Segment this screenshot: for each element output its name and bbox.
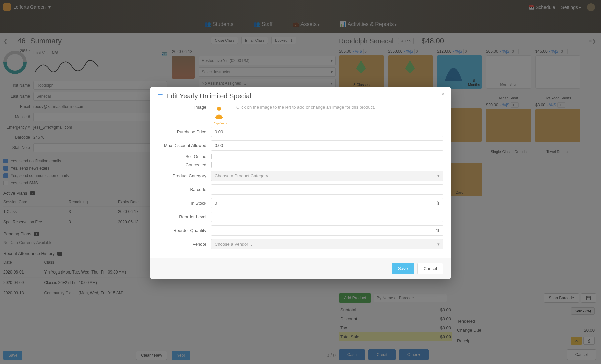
product-category-select[interactable]: Choose a Product Category …▾ (211, 171, 443, 181)
modal-save-button[interactable]: Save (392, 263, 414, 274)
chevron-down-icon: ▾ (437, 242, 440, 247)
close-icon[interactable]: × (442, 91, 445, 97)
sell-online-checkbox[interactable] (211, 154, 212, 159)
product-image[interactable]: Raja Yoga (211, 105, 230, 123)
vendor-select[interactable]: Choose a Vendor …▾ (211, 239, 443, 249)
in-stock-input[interactable]: 0⇅ (211, 198, 443, 208)
stepper-icon: ⇅ (436, 201, 440, 206)
stepper-icon: ⇅ (436, 228, 440, 233)
list-icon: ☰ (158, 93, 163, 100)
edit-product-modal: ☰ Edit Yearly Unlimited Special × Image … (150, 87, 451, 279)
barcode-input[interactable] (211, 184, 443, 195)
max-discount-input[interactable] (211, 140, 443, 151)
reorder-qty-input[interactable]: ⇅ (211, 225, 443, 236)
modal-title: Edit Yearly Unlimited Special (166, 92, 251, 100)
modal-cancel-button[interactable]: Cancel (417, 263, 443, 274)
reorder-level-input[interactable] (211, 212, 443, 222)
chevron-down-icon: ▾ (437, 173, 440, 178)
purchase-price-input[interactable] (211, 127, 443, 137)
modal-overlay: ☰ Edit Yearly Unlimited Special × Image … (0, 0, 601, 364)
concealed-checkbox[interactable] (211, 162, 212, 168)
image-hint: Click on the image to the left to add or… (236, 105, 375, 110)
